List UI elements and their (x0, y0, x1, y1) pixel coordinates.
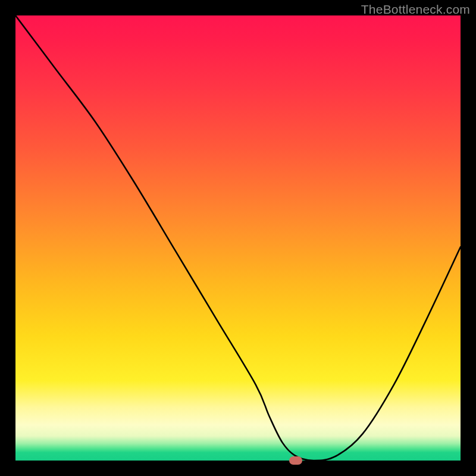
curve-path (15, 15, 461, 461)
chart-container: TheBottleneck.com (0, 0, 476, 476)
heat-gradient-plot-area (15, 15, 461, 461)
bottleneck-curve (15, 15, 461, 461)
attribution-text: TheBottleneck.com (361, 2, 470, 17)
optimal-point-marker (289, 456, 302, 465)
